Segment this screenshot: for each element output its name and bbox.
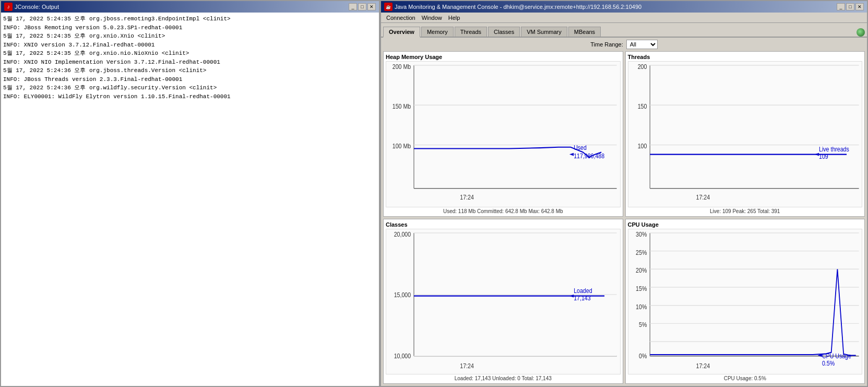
svg-marker-35 — [569, 294, 574, 297]
heap-memory-svg: 200 Mb 150 Mb 100 Mb 17:24 Used 117,986,… — [386, 62, 620, 207]
minimize-button[interactable]: _ — [349, 3, 357, 10]
svg-text:20,000: 20,000 — [394, 231, 411, 238]
svg-text:17:24: 17:24 — [460, 362, 474, 369]
classes-svg: 20,000 15,000 10,000 17:24 Loaded 17,143 — [386, 229, 620, 374]
svg-text:15,000: 15,000 — [394, 291, 411, 298]
classes-chart-area: 20,000 15,000 10,000 17:24 Loaded 17,143 — [386, 229, 621, 375]
close-button[interactable]: ✕ — [367, 3, 376, 10]
classes-title: Classes — [386, 221, 621, 228]
svg-text:25%: 25% — [636, 249, 647, 255]
svg-marker-11 — [569, 153, 574, 156]
console-line: INFO: XNIO version 3.7.12.Final-redhat-0… — [3, 41, 377, 50]
svg-text:100: 100 — [637, 143, 647, 150]
time-range-select[interactable]: All1 min5 min10 min30 min1 hour2 hours3 … — [626, 40, 658, 49]
tab-vmsummary[interactable]: VM Summary — [521, 27, 567, 37]
svg-text:17:24: 17:24 — [460, 194, 474, 201]
svg-text:20%: 20% — [636, 267, 647, 274]
svg-text:30%: 30% — [636, 231, 647, 238]
jconsole-icon: J — [4, 3, 13, 11]
svg-text:17,143: 17,143 — [574, 295, 590, 301]
heap-memory-footer: Used: 118 Mb Committed: 642.8 Mb Max: 64… — [386, 208, 621, 214]
console-line: INFO: ELY00001: WildFly Elytron version … — [3, 92, 377, 101]
svg-text:200: 200 — [637, 63, 647, 70]
menu-connection[interactable]: Connection — [383, 14, 419, 21]
threads-svg: 200 150 100 17:24 Live threads 109 — [628, 62, 862, 207]
svg-text:Live threads: Live threads — [819, 146, 849, 153]
tab-overview[interactable]: Overview — [383, 27, 420, 38]
time-range-label: Time Range: — [590, 41, 623, 48]
charts-grid: Heap Memory Usage 200 Mb 150 Mb — [383, 51, 865, 384]
svg-text:0%: 0% — [639, 353, 647, 359]
console-line: 5월 17, 2022 5:24:35 오후 org.xnio.nio.NioX… — [3, 49, 377, 58]
maximize-button[interactable]: □ — [358, 3, 366, 10]
tab-mbeans[interactable]: MBeans — [568, 27, 601, 37]
console-line: INFO: JBoss Remoting version 5.0.23.SP1-… — [3, 24, 377, 32]
threads-footer: Live: 109 Peak: 265 Total: 391 — [628, 208, 863, 214]
heap-memory-title: Heap Memory Usage — [386, 54, 621, 60]
threads-chart-area: 200 150 100 17:24 Live threads 109 — [628, 61, 863, 207]
console-line: INFO: XNIO NIO Implementation Version 3.… — [3, 58, 377, 67]
right-minimize-button[interactable]: _ — [837, 3, 845, 10]
svg-marker-23 — [814, 153, 818, 156]
svg-text:200 Mb: 200 Mb — [393, 63, 411, 70]
right-title-bar: ☕ Java Monitoring & Management Console -… — [381, 1, 867, 13]
right-maximize-button[interactable]: □ — [846, 3, 854, 10]
cpu-chart-area: 30% 25% 20% 15% 10% 5% 0% 17:24 CPU Usag… — [628, 229, 863, 375]
cpu-footer: CPU Usage: 0.5% — [628, 376, 863, 381]
console-line: INFO: JBoss Threads version 2.3.3.Final-… — [3, 75, 377, 84]
tab-memory[interactable]: Memory — [421, 27, 454, 37]
console-line: 5월 17, 2022 5:24:35 오후 org.jboss.remotin… — [3, 15, 377, 24]
console-output: 5월 17, 2022 5:24:35 오후 org.jboss.remotin… — [1, 13, 379, 386]
svg-text:15%: 15% — [636, 285, 647, 292]
cpu-chart-panel: CPU Usage — [625, 219, 865, 384]
svg-text:10%: 10% — [636, 303, 647, 310]
svg-text:109: 109 — [819, 153, 828, 160]
cpu-svg: 30% 25% 20% 15% 10% 5% 0% 17:24 CPU Usag… — [628, 229, 862, 374]
left-title-bar: J JConsole: Output _ □ ✕ — [1, 1, 379, 13]
right-window-controls: _ □ ✕ — [837, 3, 864, 10]
console-line: 5월 17, 2022 5:24:35 오후 org.xnio.Xnio <cl… — [3, 32, 377, 41]
svg-text:10,000: 10,000 — [394, 353, 411, 359]
svg-text:5%: 5% — [639, 321, 647, 328]
left-window-controls: _ □ ✕ — [349, 3, 376, 10]
svg-text:0.5%: 0.5% — [822, 360, 834, 367]
classes-footer: Loaded: 17,143 Unloaded: 0 Total: 17,143 — [386, 376, 621, 381]
jconsole-icon-right: ☕ — [384, 3, 393, 11]
svg-text:17:24: 17:24 — [696, 194, 710, 201]
threads-title: Threads — [628, 54, 863, 60]
left-panel: J JConsole: Output _ □ ✕ 5월 17, 2022 5:2… — [0, 0, 380, 387]
menu-window[interactable]: Window — [419, 14, 445, 21]
tab-classes[interactable]: Classes — [488, 27, 520, 37]
svg-text:17:24: 17:24 — [696, 362, 710, 369]
heap-memory-chart-panel: Heap Memory Usage 200 Mb 150 Mb — [383, 51, 623, 217]
svg-text:150: 150 — [637, 103, 647, 110]
cpu-title: CPU Usage — [628, 221, 863, 228]
content-area: Time Range: All1 min5 min10 min30 min1 h… — [381, 38, 867, 386]
connection-status-icon — [857, 28, 865, 37]
console-line: 5월 17, 2022 5:24:36 오후 org.jboss.threads… — [3, 66, 377, 75]
svg-text:100 Mb: 100 Mb — [393, 143, 411, 150]
svg-text:117,986,488: 117,986,488 — [574, 153, 604, 159]
tab-threads[interactable]: Threads — [455, 27, 487, 37]
svg-text:Loaded: Loaded — [574, 287, 592, 294]
right-close-button[interactable]: ✕ — [855, 3, 864, 10]
menu-bar: Connection Window Help — [381, 13, 867, 23]
right-panel: ☕ Java Monitoring & Management Console -… — [380, 0, 868, 387]
svg-text:Used: Used — [574, 144, 587, 151]
time-range-row: Time Range: All1 min5 min10 min30 min1 h… — [383, 40, 865, 49]
tab-bar: Overview Memory Threads Classes VM Summa… — [381, 23, 867, 38]
threads-chart-panel: Threads 200 150 100 — [625, 51, 865, 217]
svg-text:150 Mb: 150 Mb — [393, 103, 411, 110]
menu-help[interactable]: Help — [445, 14, 463, 21]
console-line: 5월 17, 2022 5:24:36 오후 org.wildfly.secur… — [3, 84, 377, 92]
left-window-title: JConsole: Output — [15, 4, 349, 10]
heap-memory-chart-area: 200 Mb 150 Mb 100 Mb 17:24 Used 117,986,… — [386, 61, 621, 207]
classes-chart-panel: Classes 20,000 15,000 10,00 — [383, 219, 623, 384]
svg-text:CPU Usage: CPU Usage — [822, 353, 851, 359]
right-window-title: Java Monitoring & Management Console - d… — [395, 4, 837, 10]
